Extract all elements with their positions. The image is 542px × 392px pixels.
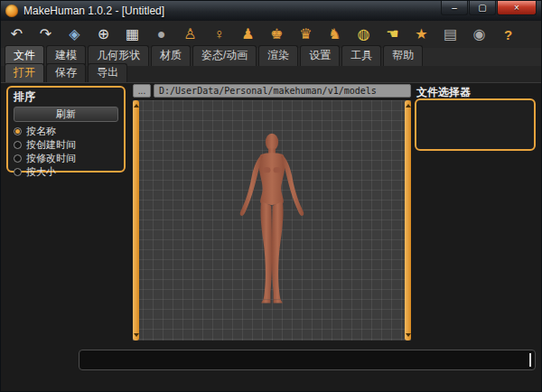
window-title: MakeHuman 1.0.2 - [Untitled] bbox=[23, 5, 164, 17]
globe-icon[interactable]: ◍ bbox=[352, 23, 375, 45]
close-button[interactable]: × bbox=[497, 1, 537, 15]
radio-sort-by-name[interactable]: 按名称 bbox=[14, 125, 118, 138]
progress-bar bbox=[79, 350, 536, 370]
zoom-slider-left[interactable] bbox=[133, 100, 139, 341]
path-row: ... D:/UserData/Personal/makehuman/v1/mo… bbox=[133, 84, 411, 98]
window-controls: – ▢ × bbox=[440, 1, 537, 15]
radio-label: 按名称 bbox=[26, 125, 56, 138]
human-model[interactable] bbox=[229, 133, 315, 304]
radio-label: 按修改时间 bbox=[26, 152, 76, 165]
viewport-3d[interactable] bbox=[133, 100, 411, 341]
tab-export[interactable]: 导出 bbox=[88, 63, 127, 82]
slider-up-arrow-icon bbox=[406, 104, 411, 107]
minimize-button[interactable]: – bbox=[441, 1, 468, 15]
smooth-icon[interactable]: ● bbox=[150, 23, 173, 45]
zoom-slider-right[interactable] bbox=[405, 100, 411, 341]
redo-icon[interactable]: ↷ bbox=[34, 23, 57, 45]
undo-icon[interactable]: ↶ bbox=[5, 23, 28, 45]
slider-down-arrow-icon bbox=[134, 333, 139, 337]
tab-help[interactable]: 帮助 bbox=[383, 45, 423, 66]
grid-icon[interactable]: ▤ bbox=[439, 23, 462, 45]
radio-label: 按创建时间 bbox=[26, 138, 76, 152]
progress-caret bbox=[529, 353, 531, 367]
models-path-field[interactable]: D:/UserData/Personal/makehuman/v1/models bbox=[154, 84, 411, 98]
radio-selected-icon bbox=[14, 127, 22, 135]
tab-materials[interactable]: 材质 bbox=[151, 45, 191, 66]
wireframe-globe-icon[interactable]: ⊕ bbox=[92, 23, 115, 45]
background-icon[interactable]: ▦ bbox=[121, 23, 144, 45]
tab-save[interactable]: 保存 bbox=[46, 63, 86, 82]
pose-icon[interactable]: ♞ bbox=[323, 23, 346, 45]
height-icon[interactable]: ♛ bbox=[294, 23, 317, 45]
browse-button[interactable]: ... bbox=[133, 84, 151, 98]
tab-utilities[interactable]: 工具 bbox=[341, 45, 381, 66]
camera-icon[interactable]: ◉ bbox=[468, 23, 491, 45]
sort-panel: 排序 刷新 按名称 按创建时间 按修改时间 按大小 bbox=[6, 86, 126, 173]
gloves-icon[interactable]: ☚ bbox=[381, 23, 404, 45]
tab-open[interactable]: 打开 bbox=[5, 63, 44, 82]
help-icon[interactable]: ? bbox=[497, 23, 519, 45]
radio-icon bbox=[14, 141, 22, 149]
makehuman-logo-icon bbox=[5, 5, 18, 17]
radio-icon bbox=[14, 168, 22, 176]
tab-rendering[interactable]: 渲染 bbox=[258, 45, 298, 66]
slider-down-arrow-icon bbox=[406, 333, 411, 337]
radio-sort-by-size[interactable]: 按大小 bbox=[14, 165, 118, 179]
makehuman-window: MakeHuman 1.0.2 - [Untitled] – ▢ × ↶ ↷ ◈… bbox=[0, 0, 542, 392]
sort-panel-title: 排序 bbox=[14, 89, 118, 105]
title-bar: MakeHuman 1.0.2 - [Untitled] – ▢ × bbox=[1, 1, 541, 21]
tab-settings[interactable]: 设置 bbox=[300, 45, 340, 66]
file-selector-list[interactable] bbox=[415, 98, 536, 151]
radio-sort-by-created[interactable]: 按创建时间 bbox=[14, 138, 118, 152]
macro-body-icon[interactable]: ♙ bbox=[179, 23, 201, 45]
tab-pose-animate[interactable]: 姿态/动画 bbox=[192, 45, 257, 66]
refresh-button[interactable]: 刷新 bbox=[14, 107, 118, 122]
muscle-icon[interactable]: ♟ bbox=[237, 23, 259, 45]
gender-icon[interactable]: ♀ bbox=[208, 23, 230, 45]
weight-icon[interactable]: ♚ bbox=[266, 23, 288, 45]
radio-sort-by-modified[interactable]: 按修改时间 bbox=[14, 152, 118, 165]
graph-icon[interactable]: ◈ bbox=[63, 23, 86, 45]
radio-icon bbox=[14, 154, 22, 163]
radio-label: 按大小 bbox=[26, 165, 56, 179]
avatar-icon[interactable]: ★ bbox=[410, 23, 433, 45]
maximize-button[interactable]: ▢ bbox=[469, 1, 496, 15]
slider-up-arrow-icon bbox=[134, 104, 139, 107]
sub-tab-bar: 打开 保存 导出 bbox=[1, 66, 541, 83]
